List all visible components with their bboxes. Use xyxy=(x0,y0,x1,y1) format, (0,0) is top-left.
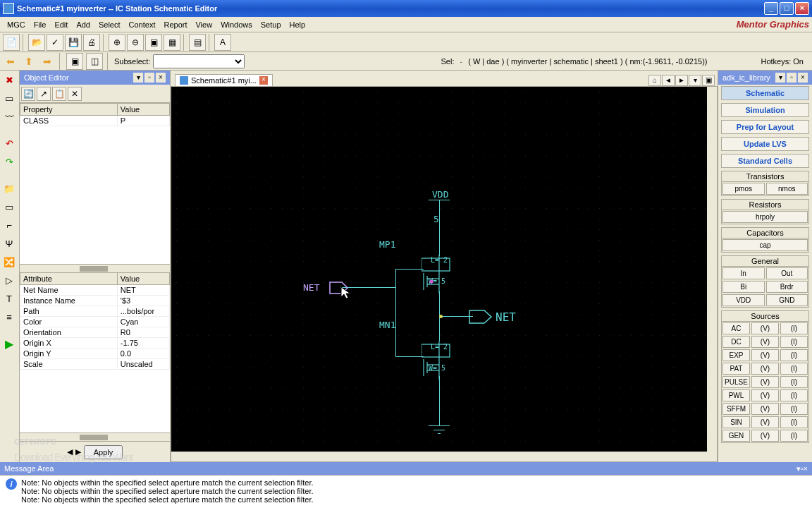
v-scrollbar[interactable] xyxy=(707,87,717,452)
clear-icon[interactable]: ✕ xyxy=(68,87,82,101)
new-icon[interactable]: 📄 xyxy=(3,34,20,51)
cell-out[interactable]: Out xyxy=(766,267,808,279)
tab-schematic[interactable]: Schematic#1 myi... × xyxy=(175,74,273,86)
col-attribute[interactable]: Attribute xyxy=(20,272,118,284)
cell-hrpoly[interactable]: hrpoly xyxy=(722,211,808,223)
src-name[interactable]: EXP xyxy=(722,349,750,361)
src-i[interactable]: (I) xyxy=(780,363,808,375)
prop-icon[interactable]: ≡ xyxy=(1,309,17,325)
menu-edit[interactable]: Edit xyxy=(50,19,72,30)
cell-in[interactable]: In xyxy=(722,267,765,279)
next-icon[interactable]: ▶ xyxy=(75,447,81,456)
cell-nmos[interactable]: nmos xyxy=(766,183,808,195)
btn-update-lvs[interactable]: Update LVS xyxy=(721,137,809,151)
src-v[interactable]: (V) xyxy=(751,349,779,361)
cell-gnd[interactable]: GND xyxy=(766,294,808,306)
src-i[interactable]: (I) xyxy=(780,389,808,401)
tab-close-icon[interactable]: × xyxy=(259,76,268,85)
panel-pin-icon[interactable]: ▫ xyxy=(787,73,796,83)
src-v[interactable]: (V) xyxy=(751,336,779,348)
src-i[interactable]: (I) xyxy=(780,416,808,428)
src-name[interactable]: PAT xyxy=(722,363,750,375)
menu-view[interactable]: View xyxy=(191,19,216,30)
src-v[interactable]: (V) xyxy=(751,376,779,388)
panel-pin-icon[interactable]: ▫ xyxy=(144,73,154,83)
menu-report[interactable]: Report xyxy=(159,19,191,30)
col-value[interactable]: Value xyxy=(117,104,169,116)
forward-icon[interactable]: ➡ xyxy=(39,54,55,69)
menu-select[interactable]: Select xyxy=(94,19,125,30)
src-name[interactable]: SFFM xyxy=(722,403,750,415)
tab-next-icon[interactable]: ► xyxy=(675,75,688,86)
text-icon[interactable]: T xyxy=(1,291,17,306)
attribute-table[interactable]: Attribute Value Net NameNETInstance Name… xyxy=(20,272,170,433)
goto-icon[interactable]: ↗ xyxy=(37,87,51,101)
minimize-button[interactable]: _ xyxy=(764,2,778,15)
subselect-dropdown[interactable] xyxy=(153,54,245,68)
wire-icon[interactable]: 〰 xyxy=(1,109,17,124)
src-v[interactable]: (V) xyxy=(751,322,779,334)
btn-schematic[interactable]: Schematic xyxy=(721,86,809,100)
window-icon[interactable]: ▭ xyxy=(1,199,17,214)
undo-icon[interactable]: ↶ xyxy=(1,135,17,151)
scrollbar[interactable] xyxy=(20,433,170,441)
refresh-icon[interactable]: 🔄 xyxy=(21,87,35,101)
panel-close-icon[interactable]: × xyxy=(804,464,808,473)
src-name[interactable]: SIN xyxy=(722,416,750,428)
src-i[interactable]: (I) xyxy=(780,376,808,388)
h-scrollbar[interactable] xyxy=(171,452,707,461)
back-icon[interactable]: ⬅ xyxy=(3,54,18,69)
col-property[interactable]: Property xyxy=(20,104,118,116)
cell-pmos[interactable]: pmos xyxy=(722,183,765,195)
schematic-canvas[interactable]: VDD 5 MP1 MN1 NET NET L= 2 W= 5 L= 2 W= … xyxy=(171,87,707,452)
src-name[interactable]: DC xyxy=(722,336,750,348)
scrollbar[interactable] xyxy=(20,264,170,272)
src-name[interactable]: PULSE xyxy=(722,376,750,388)
src-name[interactable]: AC xyxy=(722,322,750,334)
btn-prep-layout[interactable]: Prep for Layout xyxy=(721,120,809,134)
menu-context[interactable]: Context xyxy=(125,19,160,30)
print-icon[interactable]: 🖨 xyxy=(83,34,100,51)
src-i[interactable]: (I) xyxy=(780,403,808,415)
net-icon[interactable]: 🔀 xyxy=(1,254,17,270)
src-i[interactable]: (I) xyxy=(780,322,808,334)
nav-tool2-icon[interactable]: ◫ xyxy=(86,53,103,70)
cell-brdr[interactable]: Brdr xyxy=(766,281,808,293)
apply-button[interactable]: Apply xyxy=(84,445,123,459)
tab-list-icon[interactable]: ▾ xyxy=(689,75,701,86)
message-area[interactable]: i Note: No objects within the specified … xyxy=(0,475,812,508)
btn-standard-cells[interactable]: Standard Cells xyxy=(721,154,809,168)
prev-icon[interactable]: ◀ xyxy=(67,447,73,456)
select-icon[interactable]: ▭ xyxy=(1,90,17,106)
save-icon[interactable]: ✓ xyxy=(47,34,63,51)
list-icon[interactable]: 📋 xyxy=(52,87,66,101)
src-i[interactable]: (I) xyxy=(780,430,808,442)
tab-max-icon[interactable]: ▣ xyxy=(702,75,715,86)
delete-icon[interactable]: ✖ xyxy=(1,72,17,87)
zoom-in-icon[interactable]: ⊕ xyxy=(109,34,125,51)
cell-bi[interactable]: Bi xyxy=(722,281,765,293)
src-v[interactable]: (V) xyxy=(751,416,779,428)
src-i[interactable]: (I) xyxy=(780,336,808,348)
folder-icon[interactable]: 📁 xyxy=(1,181,17,196)
cell-vdd[interactable]: VDD xyxy=(722,294,765,306)
grid-icon[interactable]: ▦ xyxy=(164,34,180,51)
panel-close-icon[interactable]: × xyxy=(156,73,166,83)
zoom-out-icon[interactable]: ⊖ xyxy=(127,34,144,51)
menu-add[interactable]: Add xyxy=(72,19,94,30)
tab-prev-icon[interactable]: ◄ xyxy=(662,75,675,86)
src-v[interactable]: (V) xyxy=(751,389,779,401)
btn-simulation[interactable]: Simulation xyxy=(721,103,809,117)
tool-a-icon[interactable]: ▤ xyxy=(189,34,206,51)
menu-file[interactable]: File xyxy=(30,19,51,30)
nav-tool1-icon[interactable]: ▣ xyxy=(66,53,83,70)
col-value[interactable]: Value xyxy=(117,272,169,284)
up-icon[interactable]: ⬆ xyxy=(21,54,37,69)
fit-icon[interactable]: ▣ xyxy=(145,34,162,51)
src-v[interactable]: (V) xyxy=(751,430,779,442)
route-icon[interactable]: ⌐ xyxy=(1,217,17,233)
menu-help[interactable]: Help xyxy=(285,19,310,30)
branch-icon[interactable]: Ψ xyxy=(1,236,17,251)
src-i[interactable]: (I) xyxy=(780,349,808,361)
src-name[interactable]: GEN xyxy=(722,430,750,442)
